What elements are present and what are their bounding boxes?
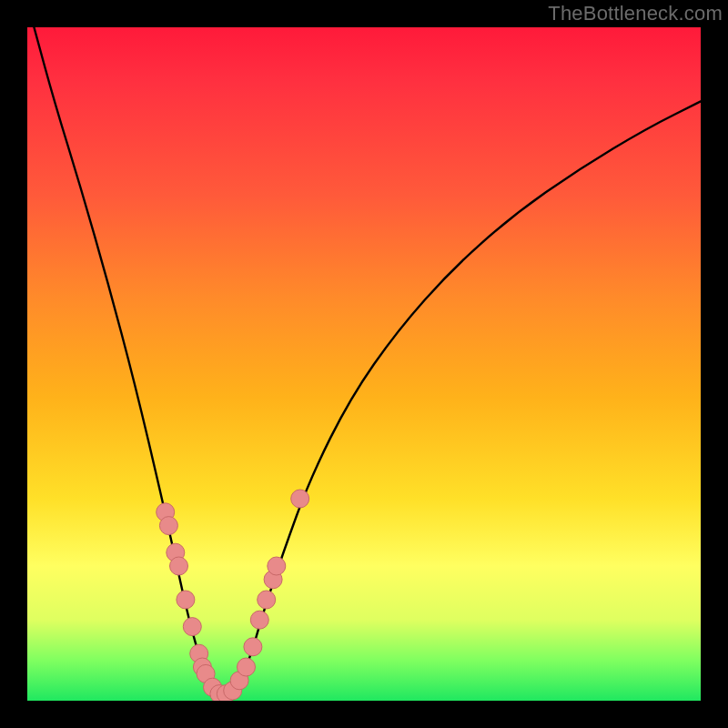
data-marker: [244, 638, 262, 656]
data-marker: [250, 611, 268, 629]
data-marker: [170, 557, 188, 575]
data-marker: [177, 591, 195, 609]
data-marker: [183, 618, 201, 636]
data-marker: [291, 490, 309, 508]
data-marker: [268, 557, 286, 575]
data-markers: [157, 490, 309, 701]
data-marker: [159, 517, 177, 535]
bottleneck-curve: [34, 27, 701, 694]
chart-frame: TheBottleneck.com: [0, 0, 728, 728]
plot-area: [27, 27, 701, 701]
data-marker: [258, 591, 276, 609]
curve-overlay: [27, 27, 701, 701]
watermark-text: TheBottleneck.com: [548, 2, 723, 25]
data-marker: [238, 658, 256, 676]
